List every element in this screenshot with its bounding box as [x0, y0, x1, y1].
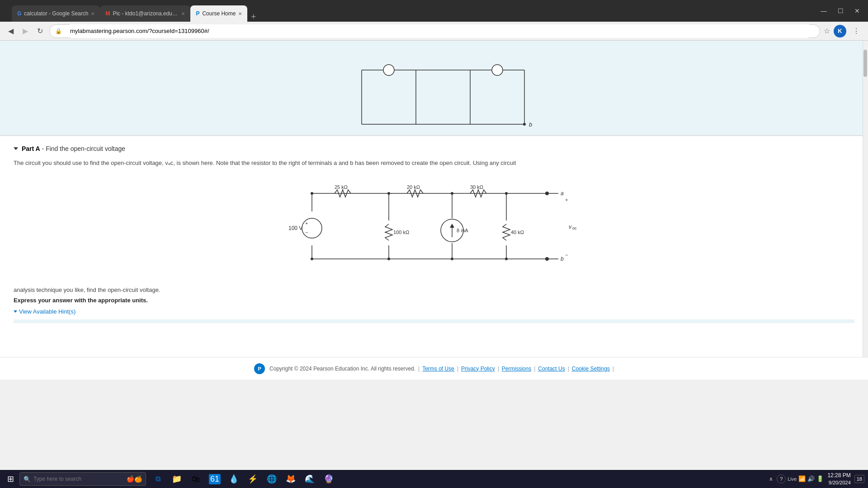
permissions-link[interactable]: Permissions [502, 366, 531, 372]
outlook-icon: 61 [209, 474, 221, 484]
terms-link[interactable]: Terms of Use [422, 366, 454, 372]
clock-display[interactable]: 12:28 PM 9/20/2024 [827, 472, 850, 486]
circuit-diagram-container: + − 100 V 25 kΩ 20 kΩ 30 kΩ 100 kΩ [14, 175, 854, 279]
wifi-icon: 📶 [798, 475, 806, 482]
lock-icon: 🔒 [55, 28, 62, 34]
copyright-text: Copyright © 2024 Pearson Education Inc. … [269, 366, 415, 372]
privacy-link[interactable]: Privacy Policy [461, 366, 495, 372]
app2-icon: 🔮 [324, 474, 334, 484]
svg-point-49 [311, 192, 313, 195]
tab-coursehome[interactable]: P Course Home ✕ [190, 5, 247, 22]
live-label: Live [788, 476, 797, 482]
start-button[interactable]: ⊞ [4, 472, 18, 486]
svg-point-38 [545, 257, 549, 261]
svg-text:−: − [305, 230, 308, 235]
forward-button[interactable]: ▶ [20, 26, 31, 36]
chrome-icon: 🌐 [267, 474, 277, 484]
part-a-label: Part A - Find the open-circuit voltage [22, 145, 125, 152]
maximize-button[interactable]: ☐ [834, 6, 847, 15]
svg-text:+: + [565, 197, 568, 202]
taskbar-app-icons: ⧉ 📁 🛍 61 💧 ⚡ 🌐 🦊 🌊 🔮 [150, 471, 337, 487]
cortana-fruits-icon: 🍎🍊 [127, 475, 142, 483]
outlook-button[interactable]: 61 [207, 471, 223, 487]
tab1-label: calculator - Google Search [24, 10, 88, 17]
tabs-bar: G calculator - Google Search ✕ M Pic - k… [12, 0, 813, 22]
browser-chrome: G calculator - Google Search ✕ M Pic - k… [0, 0, 868, 22]
back-button[interactable]: ◀ [5, 26, 16, 36]
contact-link[interactable]: Contact Us [538, 366, 565, 372]
scrollbar[interactable] [863, 41, 868, 357]
express-text: Express your answer with the appropriate… [14, 297, 854, 304]
firefox-button[interactable]: 🦊 [283, 471, 299, 487]
main-circuit-svg: + − 100 V 25 kΩ 20 kΩ 30 kΩ 100 kΩ [276, 175, 592, 279]
footer-sep-3: | [498, 366, 499, 372]
chrome-button[interactable]: 🌐 [264, 471, 280, 487]
svg-text:+: + [305, 221, 308, 226]
svg-text:v: v [569, 224, 572, 230]
part-a-header: Part A - Find the open-circuit voltage [14, 145, 854, 152]
top-circuit-svg: b [289, 56, 579, 129]
footer-sep-2: | [457, 366, 458, 372]
tab-gmail[interactable]: M Pic - ktdo1@arizona.edu - Uni... ✕ [100, 5, 190, 22]
pearson-favicon: P [196, 10, 199, 17]
hint-chevron-icon [14, 310, 17, 313]
tab-google[interactable]: G calculator - Google Search ✕ [12, 5, 100, 22]
cookie-link[interactable]: Cookie Settings [572, 366, 610, 372]
window-controls: — ☐ ✕ [817, 6, 863, 15]
part-a-description: The circuit you should use to find the o… [14, 159, 854, 168]
new-tab-button[interactable]: + [247, 12, 259, 22]
part-a-chevron[interactable] [14, 147, 18, 150]
svg-text:oc: oc [572, 226, 577, 230]
pearson-logo: P [254, 363, 265, 374]
svg-text:b: b [529, 121, 532, 128]
hint-link[interactable]: View Available Hint(s) [14, 308, 854, 315]
menu-button[interactable]: ⋮ [850, 26, 863, 36]
tab3-label: Course Home [202, 10, 236, 17]
close-button[interactable]: ✕ [851, 6, 863, 15]
reload-button[interactable]: ↻ [34, 26, 46, 36]
sys-tray-icons: ? Live 📶 🔊 🔋 [777, 474, 824, 483]
svg-text:−: − [565, 252, 568, 258]
dropbox-button[interactable]: 💧 [226, 471, 242, 487]
store-button[interactable]: 🛍 [188, 471, 204, 487]
edge-button[interactable]: 🌊 [302, 471, 318, 487]
bookmark-button[interactable]: ☆ [824, 27, 830, 35]
svg-text:100 kΩ: 100 kΩ [393, 230, 409, 235]
top-diagram-area: b [0, 41, 868, 136]
address-bar-row: ◀ ▶ ↻ 🔒 ☆ K ⋮ [0, 22, 868, 41]
svg-point-7 [492, 65, 503, 75]
svg-point-46 [387, 258, 390, 260]
spyder-button[interactable]: ⚡ [245, 471, 261, 487]
svg-point-47 [451, 258, 453, 260]
tab2-close[interactable]: ✕ [181, 11, 185, 16]
task-view-button[interactable]: ⧉ [150, 471, 166, 487]
file-explorer-button[interactable]: 📁 [169, 471, 185, 487]
up-arrow-icon: ∧ [769, 476, 773, 482]
file-explorer-icon: 📁 [172, 474, 182, 484]
svg-text:b: b [561, 256, 564, 262]
svg-text:40 kΩ: 40 kΩ [511, 230, 524, 235]
footer-sep-6: | [613, 366, 614, 372]
footer-sep-1: | [418, 366, 420, 372]
hint-bar [14, 319, 854, 323]
tab3-close[interactable]: ✕ [238, 11, 242, 16]
profile-button[interactable]: K [834, 25, 846, 38]
app2-button[interactable]: 🔮 [321, 471, 337, 487]
scrollbar-thumb[interactable] [863, 50, 867, 77]
help-button[interactable]: ? [777, 474, 786, 483]
address-input[interactable] [65, 24, 814, 38]
svg-text:25 kΩ: 25 kΩ [335, 184, 348, 190]
battery-icon: 🔋 [816, 475, 824, 482]
tab1-close[interactable]: ✕ [91, 11, 94, 16]
calendar-badge[interactable]: 18 [854, 475, 864, 483]
analysis-text: analysis technique you like, find the op… [14, 286, 854, 293]
svg-point-48 [505, 258, 508, 260]
footer-sep-5: | [568, 366, 569, 372]
taskbar-search-input[interactable] [33, 476, 124, 482]
minimize-button[interactable]: — [817, 6, 830, 15]
taskbar-search-box[interactable]: 🔍 🍎🍊 [19, 472, 146, 486]
taskbar-search-icon: 🔍 [24, 476, 31, 483]
clock-date: 9/20/2024 [827, 479, 850, 486]
tab2-label: Pic - ktdo1@arizona.edu - Uni... [113, 10, 179, 17]
svg-point-6 [383, 65, 394, 75]
